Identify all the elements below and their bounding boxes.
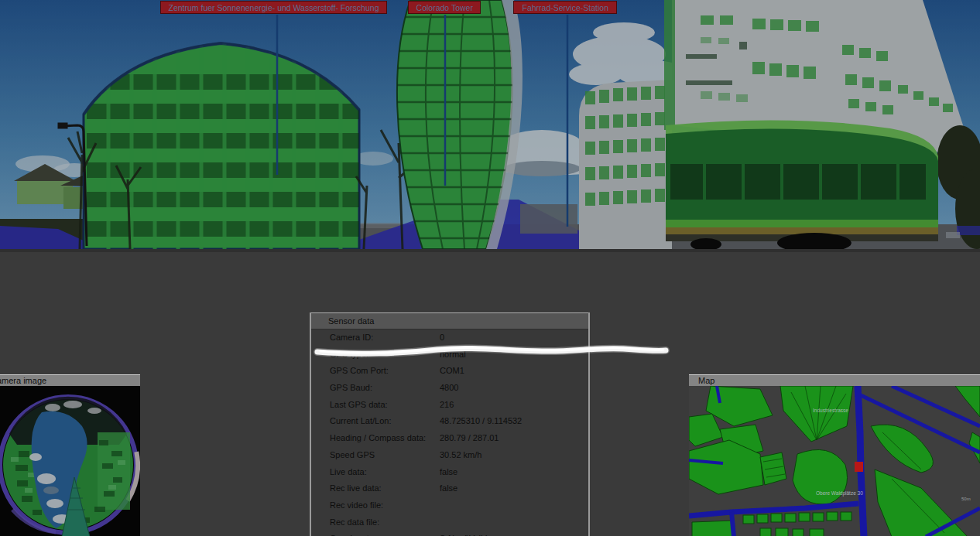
panorama-bottom-edge bbox=[0, 249, 980, 252]
sensor-row-value: false bbox=[440, 480, 457, 497]
ar-panorama-view: Zentrum fuer Sonnenenergie- und Wasserst… bbox=[0, 0, 980, 249]
fisheye-camera-image bbox=[0, 386, 140, 536]
poi-label: Fahrrad-Service-Station bbox=[513, 1, 617, 14]
sensor-row-label: Heading / Compass data: bbox=[330, 430, 426, 447]
sensor-row: GPS Baud: 4800 bbox=[311, 380, 588, 397]
sensor-panel-header[interactable]: Sensor data bbox=[311, 312, 588, 329]
sensor-row-label: Rec data file: bbox=[330, 514, 379, 531]
sensor-row: GPS type: normal bbox=[311, 347, 588, 364]
sensor-row: Rec video file: bbox=[311, 497, 588, 514]
map-canvas[interactable]: IndustriestrasseObere Waldplätze 3050m bbox=[689, 386, 980, 536]
sensor-row-value: S-Nord\Vaihingen.osm bbox=[440, 531, 525, 536]
sensor-row-value: 4800 bbox=[440, 380, 458, 397]
sensor-data-panel: Sensor data Camera ID: 0 GPS type: norma… bbox=[310, 312, 590, 536]
sensor-row: Camera ID: 0 bbox=[311, 329, 588, 347]
sensor-row-label: Current Lat/Lon: bbox=[330, 413, 392, 430]
sensor-row: Rec data file: bbox=[311, 514, 588, 531]
sensor-row-label: Osm Input: bbox=[330, 531, 372, 536]
map-view[interactable]: IndustriestrasseObere Waldplätze 3050m bbox=[689, 386, 980, 536]
sensor-row-value: 0 bbox=[440, 329, 444, 347]
sensor-row-value: 30.52 km/h bbox=[440, 447, 481, 464]
sensor-row: GPS Com Port: COM1 bbox=[311, 363, 588, 380]
sensor-row-value: 280.79 / 287.01 bbox=[440, 430, 499, 447]
panorama-scene bbox=[0, 0, 980, 249]
sensor-row-value: COM1 bbox=[440, 363, 464, 380]
sensor-row: Live data: false bbox=[311, 464, 588, 481]
sensor-row-label: GPS Com Port: bbox=[330, 363, 389, 380]
sensor-row-label: Last GPS data: bbox=[330, 397, 388, 414]
sensor-row: Rec live data: false bbox=[311, 480, 588, 497]
camera-image-panel: Camera image bbox=[0, 374, 140, 536]
ar-tourguide-app-window: { "panorama": { "labels": [ { "text": "Z… bbox=[0, 0, 980, 536]
sensor-row-label: Rec video file: bbox=[330, 497, 383, 514]
poi-label: Zentrum fuer Sonnenenergie- und Wasserst… bbox=[160, 1, 387, 14]
sensor-row-label: Live data: bbox=[330, 464, 367, 481]
poi-label: Colorado Tower bbox=[408, 1, 481, 14]
sensor-row-label: GPS type: bbox=[330, 347, 368, 364]
sensor-row: Speed GPS 30.52 km/h bbox=[311, 447, 588, 464]
sensor-row: Current Lat/Lon: 48.725310 / 9.114532 bbox=[311, 413, 588, 430]
camera-panel-header[interactable]: Camera image bbox=[0, 374, 140, 386]
sensor-row-label: Speed GPS bbox=[330, 447, 375, 464]
camera-image-view bbox=[0, 386, 140, 536]
map-panel: Map bbox=[689, 374, 980, 536]
sensor-row: Last GPS data: 216 bbox=[311, 397, 588, 414]
sensor-row-label: Rec live data: bbox=[330, 480, 382, 497]
sensor-row-value: 48.725310 / 9.114532 bbox=[440, 413, 522, 430]
sensor-row: Osm Input: S-Nord\Vaihingen.osm bbox=[311, 531, 588, 536]
map-panel-header[interactable]: Map bbox=[689, 374, 980, 386]
sensor-row: Heading / Compass data: 280.79 / 287.01 bbox=[311, 430, 588, 447]
sensor-row-value: false bbox=[440, 464, 457, 481]
building-mid-white bbox=[579, 80, 672, 249]
sensor-row-label: Camera ID: bbox=[330, 329, 373, 347]
sensor-row-label: GPS Baud: bbox=[330, 380, 372, 397]
sensor-rows: Camera ID: 0 GPS type: normal GPS Com Po… bbox=[311, 329, 588, 536]
sensor-row-value: normal bbox=[440, 347, 466, 364]
sensor-row-value: 216 bbox=[440, 397, 454, 414]
bus bbox=[666, 120, 938, 249]
